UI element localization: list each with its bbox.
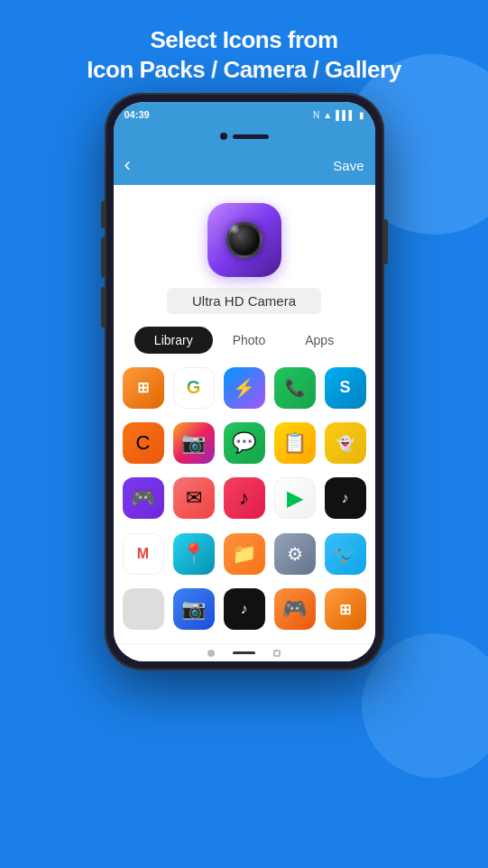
icon-gmail[interactable]: M (123, 533, 164, 575)
icon-game[interactable]: 🎮 (123, 477, 164, 519)
icon-tiktok2[interactable]: ♪ (224, 588, 265, 630)
status-icons: N ▲ ▌▌▌ ▮ (313, 110, 364, 120)
icon-calculator[interactable]: ⊞ (123, 367, 164, 409)
content-area: Ultra HD Camera Library Photo Apps ⊞G⚡📞S… (114, 185, 375, 643)
nfc-icon: N (313, 110, 319, 120)
bixby-button (101, 287, 105, 328)
icon-skype[interactable]: S (325, 367, 366, 409)
tab-library[interactable]: Library (134, 327, 213, 354)
tab-apps[interactable]: Apps (285, 327, 354, 354)
icon-settings[interactable]: ⚙ (274, 533, 316, 575)
power-button (384, 219, 388, 264)
volume-down-button (101, 237, 105, 278)
icon-play-store[interactable]: ▶ (274, 477, 316, 519)
icon-phone[interactable]: 📞 (274, 367, 316, 409)
headline-line2: Icon Packs / Camera / Gallery (87, 56, 401, 83)
icon-instagram[interactable]: 📷 (173, 422, 215, 464)
headline-line1: Select Icons from (150, 26, 337, 53)
status-time: 04:39 (124, 109, 150, 120)
save-button[interactable]: Save (333, 158, 364, 173)
icon-mail[interactable]: ✉ (173, 477, 215, 519)
app-bar: ‹ Save (114, 145, 375, 185)
signal-icon: ▌▌▌ (336, 110, 354, 120)
phone-screen: 04:39 N ▲ ▌▌▌ ▮ ‹ Save Ultra HD Camera (114, 102, 375, 661)
icon-maps[interactable]: 📍 (173, 533, 215, 575)
app-icon-display (207, 203, 281, 277)
back-button[interactable]: ‹ (124, 153, 131, 177)
tab-photo[interactable]: Photo (213, 327, 286, 354)
icon-snapchat[interactable]: 👻 (325, 422, 366, 464)
notch-area (114, 127, 375, 145)
icon-notes[interactable]: 📋 (274, 422, 316, 464)
speaker (233, 134, 269, 139)
status-bar: 04:39 N ▲ ▌▌▌ ▮ (114, 102, 375, 127)
nav-home[interactable] (233, 651, 255, 654)
icon-messenger[interactable]: ⚡ (224, 367, 265, 409)
icon-calc2[interactable]: ⊞ (325, 588, 366, 630)
battery-icon: ▮ (359, 110, 364, 120)
icon-game2[interactable]: 🎮 (274, 588, 316, 630)
nav-back[interactable] (207, 650, 215, 657)
nav-recent[interactable] (273, 650, 281, 657)
front-camera (220, 133, 227, 140)
icon-google[interactable]: G (173, 367, 215, 409)
icon-messages[interactable]: 💬 (224, 422, 265, 464)
app-name-label: Ultra HD Camera (167, 288, 321, 314)
icon-music[interactable]: ♪ (224, 477, 265, 519)
phone-mockup: 04:39 N ▲ ▌▌▌ ▮ ‹ Save Ultra HD Camera (105, 93, 384, 670)
icon-partial[interactable] (123, 588, 164, 630)
headline: Select Icons from Icon Packs / Camera / … (87, 25, 401, 84)
bottom-nav (114, 643, 375, 661)
tab-bar: Library Photo Apps (134, 327, 354, 354)
icon-twitter[interactable]: 🐦 (325, 533, 366, 575)
wifi-icon: ▲ (323, 110, 332, 120)
icon-grid: ⊞G⚡📞SC📷💬📋👻🎮✉♪▶♪M📍📁⚙🐦📷♪🎮⊞ (114, 354, 375, 643)
camera-lens (226, 222, 262, 258)
volume-up-button (101, 201, 105, 228)
icon-files[interactable]: 📁 (224, 533, 265, 575)
icon-tiktok[interactable]: ♪ (325, 477, 366, 519)
icon-c-app[interactable]: C (123, 422, 164, 464)
icon-camera2[interactable]: 📷 (173, 588, 215, 630)
